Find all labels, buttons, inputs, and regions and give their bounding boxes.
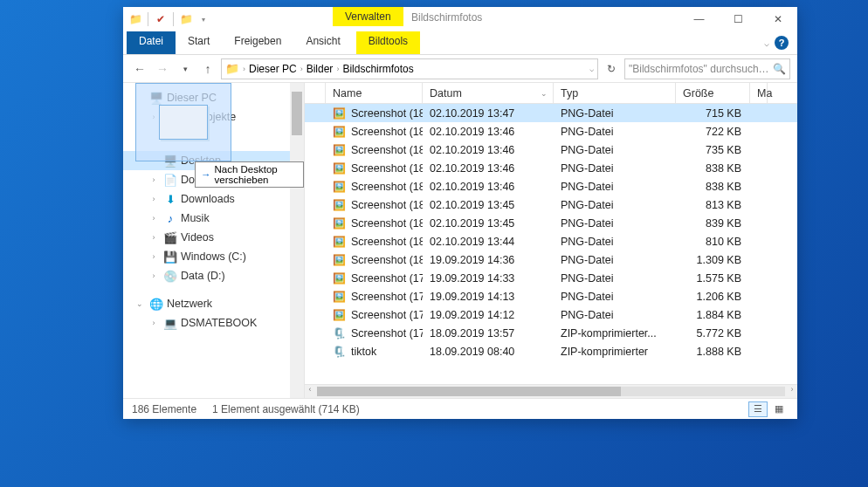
arrow-right-icon: → xyxy=(201,169,211,180)
search-placeholder: "Bildschirmfotos" durchsuchen xyxy=(629,63,769,75)
breadcrumb-bilder[interactable]: Bilder xyxy=(307,63,334,75)
qat-dropdown-icon[interactable]: ▾ xyxy=(196,12,210,26)
file-row[interactable]: 🖼️Screenshot (184)02.10.2019 13:46PNG-Da… xyxy=(305,177,797,195)
file-row[interactable]: 🖼️Screenshot (181)02.10.2019 13:44PNG-Da… xyxy=(305,232,797,250)
nav-scrollbar[interactable] xyxy=(290,83,304,398)
chevron-right-icon[interactable]: › xyxy=(148,175,160,184)
file-date: 19.09.2019 14:36 xyxy=(423,254,554,266)
file-size: 715 KB xyxy=(676,107,750,120)
verwalten-context-tab: Verwalten xyxy=(333,7,403,26)
chevron-right-icon[interactable]: › xyxy=(148,214,160,223)
file-row[interactable]: 🖼️Screenshot (177)19.09.2019 14:12PNG-Da… xyxy=(305,305,797,324)
tree-windows-c[interactable]: Windows (C:) xyxy=(181,250,246,263)
image-icon: 🖼️ xyxy=(333,271,346,285)
file-size: 1.888 KB xyxy=(676,346,750,358)
file-date: 19.09.2019 14:13 xyxy=(423,291,554,303)
close-button[interactable]: ✕ xyxy=(758,7,797,31)
tab-start[interactable]: Start xyxy=(176,31,222,54)
tree-data-d[interactable]: Data (D:) xyxy=(181,270,225,282)
file-size: 1.206 KB xyxy=(676,291,750,303)
computer-icon: 💻 xyxy=(163,316,177,330)
chevron-right-icon[interactable]: › xyxy=(148,233,160,242)
file-row[interactable]: 🖼️Screenshot (180)19.09.2019 14:36PNG-Da… xyxy=(305,250,797,269)
ribbon-expand-icon[interactable]: ⌵ xyxy=(764,38,769,48)
document-icon: 📄 xyxy=(163,173,177,187)
chevron-right-icon[interactable]: › xyxy=(148,252,160,261)
nav-back-button[interactable]: ← xyxy=(130,59,149,79)
refresh-button[interactable]: ↻ xyxy=(602,63,621,75)
col-datum[interactable]: Datum⌄ xyxy=(423,83,554,103)
tree-netzwerk[interactable]: Netzwerk xyxy=(167,298,212,310)
view-details-button[interactable]: ☰ xyxy=(748,401,768,417)
tab-ansicht[interactable]: Ansicht xyxy=(293,31,352,54)
file-type: PNG-Datei xyxy=(554,181,676,193)
file-row[interactable]: 🖼️Screenshot (178)19.09.2019 14:13PNG-Da… xyxy=(305,287,797,305)
breadcrumb-pc[interactable]: Dieser PC xyxy=(249,63,297,75)
file-row[interactable]: 🖼️Screenshot (183)02.10.2019 13:45PNG-Da… xyxy=(305,195,797,214)
col-name[interactable]: Name xyxy=(326,83,423,103)
file-list[interactable]: 🖼️Screenshot (188)02.10.2019 13:47PNG-Da… xyxy=(305,104,797,384)
nav-forward-button[interactable]: → xyxy=(153,59,172,79)
maximize-button[interactable]: ☐ xyxy=(719,7,758,31)
image-icon: 🖼️ xyxy=(333,216,346,230)
file-name: Screenshot (178) xyxy=(351,291,423,303)
qat-check-icon[interactable]: ✔ xyxy=(154,12,168,26)
tree-videos[interactable]: Videos xyxy=(181,231,214,244)
navigation-pane: 🖥️ Dieser PC › 📦 3D-Objekte 🖥️ Desktop ›… xyxy=(123,83,305,398)
file-row[interactable]: 🖼️Screenshot (186)02.10.2019 13:46PNG-Da… xyxy=(305,141,797,159)
file-date: 02.10.2019 13:46 xyxy=(423,126,554,138)
file-name: Screenshot (179) xyxy=(351,272,423,285)
col-typ[interactable]: Typ xyxy=(554,83,676,103)
nav-recent-icon[interactable]: ▾ xyxy=(176,59,195,79)
file-size: 735 KB xyxy=(676,144,750,156)
col-ma[interactable]: Ma xyxy=(750,83,768,103)
image-icon: 🖼️ xyxy=(333,253,346,266)
folder-icon: 📁 xyxy=(128,12,142,26)
breadcrumb[interactable]: 📁 › Dieser PC › Bilder › Bildschirmfotos… xyxy=(221,58,598,79)
tab-datei[interactable]: Datei xyxy=(127,31,176,54)
video-icon: 🎬 xyxy=(163,230,177,244)
chevron-right-icon[interactable]: › xyxy=(148,319,160,327)
statusbar: 186 Elemente 1 Element ausgewählt (714 K… xyxy=(123,398,797,419)
chevron-right-icon[interactable]: › xyxy=(148,271,160,280)
file-row[interactable]: 🖼️Screenshot (182)02.10.2019 13:45PNG-Da… xyxy=(305,214,797,232)
breadcrumb-dropdown-icon[interactable]: ⌵ xyxy=(589,65,594,73)
chevron-right-icon[interactable]: › xyxy=(148,195,160,203)
horizontal-scrollbar[interactable]: ‹ › xyxy=(305,384,797,398)
tree-downloads[interactable]: Downloads xyxy=(181,193,235,205)
image-icon: 🖼️ xyxy=(333,180,346,193)
tree-musik[interactable]: Musik xyxy=(181,212,210,224)
file-name: Screenshot (186) xyxy=(351,144,423,156)
file-row[interactable]: 🖼️Screenshot (188)02.10.2019 13:47PNG-Da… xyxy=(305,104,797,122)
zip-icon: 🗜️ xyxy=(333,326,346,340)
status-count: 186 Elemente xyxy=(132,403,196,415)
file-date: 02.10.2019 13:45 xyxy=(423,199,554,211)
drag-tooltip: → Nach Desktop verschieben xyxy=(195,161,304,188)
minimize-button[interactable]: — xyxy=(679,7,719,31)
column-headers: Name Datum⌄ Typ Größe Ma xyxy=(305,83,797,104)
search-input[interactable]: "Bildschirmfotos" durchsuchen 🔍 xyxy=(624,58,790,79)
file-name: Screenshot (180) xyxy=(351,254,423,266)
file-row[interactable]: 🖼️Screenshot (187)02.10.2019 13:46PNG-Da… xyxy=(305,122,797,141)
breadcrumb-folder[interactable]: Bildschirmfotos xyxy=(342,63,413,75)
col-groesse[interactable]: Größe xyxy=(676,83,750,103)
file-name: Screenshot (184) xyxy=(351,181,423,193)
tab-bildtools[interactable]: Bildtools xyxy=(356,31,420,54)
file-date: 02.10.2019 13:46 xyxy=(423,144,554,156)
search-icon: 🔍 xyxy=(773,63,786,75)
file-row[interactable]: 🖼️Screenshot (179)19.09.2019 14:33PNG-Da… xyxy=(305,269,797,287)
help-icon[interactable]: ? xyxy=(775,36,789,50)
file-row[interactable]: 🖼️Screenshot (185)02.10.2019 13:46PNG-Da… xyxy=(305,159,797,177)
tree-dsmatebook[interactable]: DSMATEBOOK xyxy=(181,317,257,329)
view-icons-button[interactable]: ▦ xyxy=(769,401,789,417)
file-row[interactable]: 🗜️tiktok18.09.2019 08:40ZIP-komprimierte… xyxy=(305,342,797,360)
file-type: PNG-Datei xyxy=(554,217,676,230)
file-type: PNG-Datei xyxy=(554,272,676,285)
tab-freigeben[interactable]: Freigeben xyxy=(222,31,293,54)
file-name: Screenshot (185) xyxy=(351,162,423,175)
file-row[interactable]: 🗜️Screenshot (170)18.09.2019 13:57ZIP-ko… xyxy=(305,324,797,342)
window-title: Bildschirmfotos xyxy=(411,11,482,24)
file-name: Screenshot (170) xyxy=(351,327,423,340)
chevron-down-icon[interactable]: ⌄ xyxy=(134,299,146,308)
nav-up-button[interactable]: ↑ xyxy=(198,59,217,79)
